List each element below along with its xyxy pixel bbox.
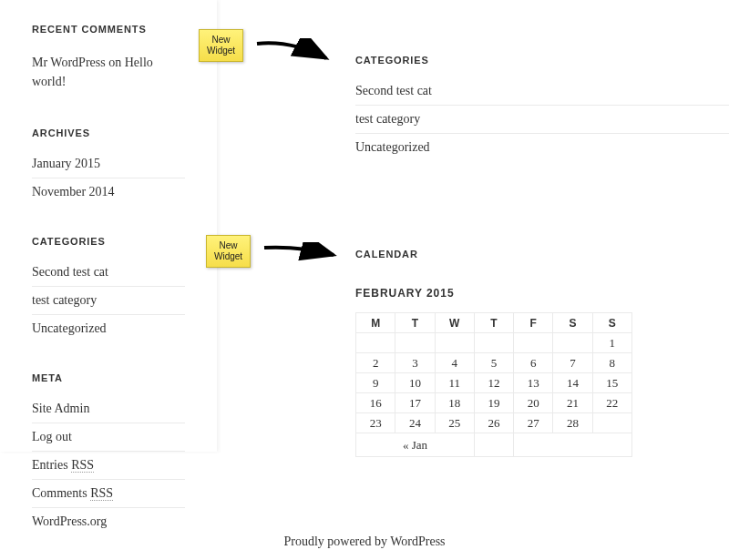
meta-comments-rss-text: RSS <box>90 486 113 501</box>
calendar-day[interactable]: 12 <box>474 373 513 393</box>
calendar-day <box>514 333 553 353</box>
calendar-day[interactable]: 27 <box>514 413 553 433</box>
calendar-day[interactable]: 24 <box>395 413 435 433</box>
calendar-day[interactable]: 4 <box>435 353 474 373</box>
meta-title: META <box>32 372 185 383</box>
calendar-widget: CALENDAR FEBRUARY 2015 M T W T F S S 123… <box>355 249 729 457</box>
calendar-day[interactable]: 9 <box>356 373 395 393</box>
left-sidebar: RECENT COMMENTS Mr WordPress on Hello wo… <box>0 0 217 452</box>
calendar-weekday: T <box>395 313 435 333</box>
calendar-day[interactable]: 28 <box>553 413 592 433</box>
calendar-row: 2345678 <box>356 353 632 373</box>
archives-title: ARCHIVES <box>32 127 185 138</box>
archive-link[interactable]: November 2014 <box>32 185 115 199</box>
meta-wporg-link[interactable]: WordPress.org <box>32 514 107 528</box>
footer: Proudly powered by WordPress <box>0 535 729 549</box>
meta-entries-text: Entries <box>32 458 71 472</box>
calendar-weekday-row: M T W T F S S <box>356 313 632 333</box>
calendar-day <box>592 413 631 433</box>
calendar-table: M T W T F S S 12345678910111213141516171… <box>355 312 632 457</box>
comment-on-text: on <box>106 56 125 69</box>
footer-wordpress-link[interactable]: Proudly powered by WordPress <box>283 535 445 548</box>
meta-logout-link[interactable]: Log out <box>32 430 72 443</box>
calendar-day[interactable]: 6 <box>514 353 553 373</box>
calendar-day[interactable]: 13 <box>514 373 553 393</box>
calendar-day[interactable]: 21 <box>553 393 592 413</box>
calendar-day[interactable]: 2 <box>356 353 395 373</box>
calendar-day[interactable]: 10 <box>395 373 435 393</box>
category-link[interactable]: test category <box>32 293 97 307</box>
calendar-day[interactable]: 14 <box>553 373 592 393</box>
calendar-title: CALENDAR <box>355 249 729 260</box>
callout-note: New Widget <box>206 235 251 268</box>
meta-entries-rss-link[interactable]: Entries RSS <box>32 458 94 473</box>
calendar-day[interactable]: 5 <box>474 353 513 373</box>
calendar-row: 232425262728 <box>356 413 632 433</box>
calendar-weekday: S <box>553 313 592 333</box>
calendar-row: 1 <box>356 333 632 353</box>
meta-site-admin-link[interactable]: Site Admin <box>32 402 89 415</box>
calendar-day[interactable]: 11 <box>435 373 474 393</box>
calendar-day[interactable]: 8 <box>592 353 631 373</box>
category-link[interactable]: Second test cat <box>355 84 432 97</box>
calendar-day <box>553 333 592 353</box>
calendar-weekday: T <box>474 313 513 333</box>
comment-author-link[interactable]: Mr WordPress <box>32 56 106 69</box>
calendar-day <box>356 333 395 353</box>
calendar-day[interactable]: 18 <box>435 393 474 413</box>
meta-comments-text: Comments <box>32 486 90 500</box>
archives-widget: ARCHIVES January 2015 November 2014 <box>32 127 185 199</box>
meta-comments-rss-link[interactable]: Comments RSS <box>32 486 113 501</box>
category-link[interactable]: Uncategorized <box>32 321 107 335</box>
calendar-weekday: M <box>356 313 395 333</box>
categories-title: CATEGORIES <box>32 236 185 247</box>
calendar-day[interactable]: 25 <box>435 413 474 433</box>
main-categories-widget: CATEGORIES Second test cat test category… <box>355 55 729 161</box>
calendar-day <box>395 333 435 353</box>
calendar-caption: FEBRUARY 2015 <box>355 278 729 312</box>
calendar-day[interactable]: 26 <box>474 413 513 433</box>
recent-comment-item: Mr WordPress on Hello world! <box>32 53 185 91</box>
calendar-day[interactable]: 16 <box>356 393 395 413</box>
calendar-day <box>474 333 513 353</box>
meta-widget: META Site Admin Log out Entries RSS Comm… <box>32 372 185 529</box>
callout-note: New Widget <box>199 29 243 62</box>
calendar-day[interactable]: 23 <box>356 413 395 433</box>
category-link[interactable]: Second test cat <box>32 265 108 279</box>
calendar-weekday: W <box>435 313 474 333</box>
calendar-weekday: F <box>514 313 553 333</box>
calendar-row: 16171819202122 <box>356 393 632 413</box>
calendar-day[interactable]: 19 <box>474 393 513 413</box>
calendar-row: 9101112131415 <box>356 373 632 393</box>
calendar-prev-link[interactable]: « Jan <box>403 438 427 452</box>
calendar-foot-pad <box>474 433 513 457</box>
meta-entries-rss-text: RSS <box>71 458 94 473</box>
main-categories-title: CATEGORIES <box>355 55 729 66</box>
calendar-day[interactable]: 7 <box>553 353 592 373</box>
archive-link[interactable]: January 2015 <box>32 157 100 170</box>
calendar-weekday: S <box>592 313 631 333</box>
calendar-day <box>435 333 474 353</box>
category-link[interactable]: test category <box>355 112 420 126</box>
calendar-day[interactable]: 15 <box>592 373 631 393</box>
recent-comments-title: RECENT COMMENTS <box>32 24 185 35</box>
calendar-day[interactable]: 1 <box>592 333 631 353</box>
calendar-day[interactable]: 20 <box>514 393 553 413</box>
calendar-day[interactable]: 3 <box>395 353 435 373</box>
calendar-day[interactable]: 22 <box>592 393 631 413</box>
category-link[interactable]: Uncategorized <box>355 140 430 154</box>
main-content: CATEGORIES Second test cat test category… <box>264 0 729 494</box>
recent-comments-widget: RECENT COMMENTS Mr WordPress on Hello wo… <box>32 24 185 91</box>
categories-widget: CATEGORIES Second test cat test category… <box>32 236 185 336</box>
calendar-foot-pad <box>514 433 632 457</box>
calendar-day[interactable]: 17 <box>395 393 435 413</box>
